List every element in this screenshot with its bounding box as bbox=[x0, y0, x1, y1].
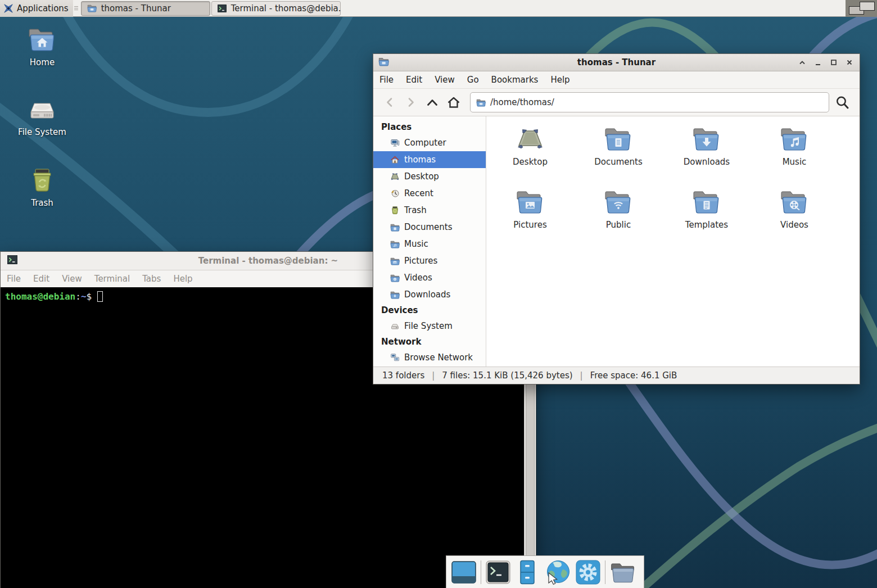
minimize-button[interactable] bbox=[813, 58, 822, 67]
dock bbox=[446, 555, 644, 588]
applications-label: Applications bbox=[17, 3, 69, 13]
home-icon bbox=[390, 155, 400, 164]
status-free-space: Free space: 46.1 GiB bbox=[590, 370, 677, 381]
settings-gear-icon[interactable] bbox=[576, 560, 600, 585]
file-item-label: Desktop bbox=[513, 157, 548, 167]
menu-edit[interactable]: Edit bbox=[27, 270, 56, 287]
shade-button[interactable] bbox=[798, 58, 807, 67]
applications-logo-icon bbox=[3, 3, 13, 13]
file-item-public[interactable]: Public bbox=[576, 188, 661, 230]
dock-separator bbox=[481, 560, 481, 584]
menu-file[interactable]: File bbox=[1, 270, 27, 287]
taskbar-button-terminal[interactable]: Terminal - thomas@debia... bbox=[211, 1, 341, 16]
sidebar-item-label: thomas bbox=[404, 155, 436, 165]
applications-menu-button[interactable]: Applications bbox=[0, 0, 73, 17]
sidebar-item-computer[interactable]: Computer bbox=[373, 134, 486, 151]
file-item-desktop[interactable]: Desktop bbox=[488, 125, 572, 167]
sidebar-item-label: Videos bbox=[404, 273, 432, 283]
thunar-window-title: thomas - Thunar bbox=[373, 57, 860, 67]
folder-templates-icon bbox=[692, 188, 721, 216]
status-files: 7 files: 15.1 KiB (15,426 bytes) bbox=[442, 370, 572, 381]
trash-icon bbox=[28, 168, 57, 193]
menu-view[interactable]: View bbox=[56, 270, 88, 287]
menu-view[interactable]: View bbox=[428, 71, 461, 88]
menu-file[interactable]: File bbox=[373, 71, 400, 88]
file-item-music[interactable]: Music bbox=[752, 125, 837, 167]
file-item-label: Downloads bbox=[684, 157, 730, 167]
maximize-button[interactable] bbox=[829, 58, 838, 67]
file-item-templates[interactable]: Templates bbox=[664, 188, 749, 230]
file-item-label: Videos bbox=[780, 220, 808, 230]
thunar-window: thomas - Thunar File Edit View Go Bookma… bbox=[373, 53, 860, 385]
home-button[interactable] bbox=[444, 93, 463, 112]
menu-tabs[interactable]: Tabs bbox=[136, 270, 167, 287]
folder-videos-icon bbox=[390, 274, 400, 282]
sidebar-item-label: Recent bbox=[404, 188, 433, 198]
thunar-toolbar: /home/thomas/ bbox=[373, 89, 860, 116]
thunar-menubar: File Edit View Go Bookmarks Help bbox=[373, 71, 860, 89]
show-desktop-icon[interactable] bbox=[451, 561, 476, 584]
folder-downloads-icon bbox=[390, 291, 400, 299]
desktop-icon-file-system[interactable]: File System bbox=[8, 97, 76, 137]
file-item-videos[interactable]: Videos bbox=[752, 188, 837, 230]
up-button[interactable] bbox=[423, 93, 442, 112]
sidebar-item-browse-network[interactable]: Browse Network bbox=[373, 349, 486, 366]
forward-button[interactable] bbox=[401, 93, 421, 112]
path-value: /home/thomas/ bbox=[490, 97, 554, 107]
sidebar-item-pictures[interactable]: Pictures bbox=[373, 252, 486, 269]
file-cabinet-icon[interactable] bbox=[515, 560, 540, 585]
recent-clock-icon bbox=[390, 189, 400, 198]
hard-drive-icon bbox=[390, 322, 400, 331]
sidebar-item-recent[interactable]: Recent bbox=[373, 185, 486, 202]
search-icon[interactable] bbox=[831, 92, 853, 112]
back-button[interactable] bbox=[380, 93, 399, 112]
menu-help[interactable]: Help bbox=[167, 270, 198, 287]
dock-separator bbox=[605, 560, 605, 584]
prompt-user-host: thomas@debian bbox=[5, 291, 75, 302]
prompt-symbol: $ bbox=[87, 291, 92, 302]
menu-bookmarks[interactable]: Bookmarks bbox=[485, 71, 545, 88]
menu-go[interactable]: Go bbox=[461, 71, 485, 88]
sidebar-item-downloads[interactable]: Downloads bbox=[373, 286, 486, 303]
sidebar-item-label: Computer bbox=[404, 138, 446, 148]
file-item-label: Public bbox=[606, 220, 631, 230]
folder-pictures-icon bbox=[390, 257, 400, 265]
terminal-icon bbox=[218, 4, 227, 12]
sidebar-item-desktop[interactable]: Desktop bbox=[373, 168, 486, 185]
sidebar-item-thomas[interactable]: thomas bbox=[373, 151, 486, 168]
path-field[interactable]: /home/thomas/ bbox=[470, 92, 829, 112]
menu-terminal[interactable]: Terminal bbox=[88, 270, 136, 287]
folder-music-icon bbox=[780, 125, 809, 153]
file-item-label: Documents bbox=[594, 157, 643, 167]
sidebar-item-music[interactable]: Music bbox=[373, 236, 486, 252]
folder-videos-icon bbox=[780, 188, 809, 216]
folder-pictures-icon bbox=[516, 188, 545, 216]
menu-help[interactable]: Help bbox=[544, 71, 576, 88]
desktop-icon-label: Home bbox=[30, 57, 55, 67]
workspace-switcher[interactable] bbox=[846, 0, 877, 17]
terminal-icon[interactable] bbox=[486, 560, 510, 584]
taskbar-button-thunar[interactable]: thomas - Thunar bbox=[81, 1, 210, 16]
sidebar-item-trash[interactable]: Trash bbox=[373, 202, 486, 219]
folder-icon bbox=[378, 57, 389, 69]
sidebar-item-file-system[interactable]: File System bbox=[373, 318, 486, 334]
sidebar-item-label: Pictures bbox=[404, 256, 437, 266]
desktop-icon-home[interactable]: Home bbox=[8, 27, 76, 67]
sidebar-item-documents[interactable]: Documents bbox=[373, 219, 486, 236]
web-browser-icon[interactable] bbox=[544, 559, 571, 585]
thunar-titlebar[interactable]: thomas - Thunar bbox=[373, 54, 860, 71]
desktop-icon-trash[interactable]: Trash bbox=[8, 168, 76, 208]
menu-edit[interactable]: Edit bbox=[400, 71, 428, 88]
desktop-root: Home File System Trash Terminal - thomas… bbox=[0, 0, 877, 588]
status-separator: | bbox=[432, 370, 435, 381]
sidebar-item-videos[interactable]: Videos bbox=[373, 269, 486, 286]
terminal-cursor bbox=[97, 291, 103, 302]
sidebar-item-label: Browse Network bbox=[404, 352, 473, 363]
folder-downloads-icon bbox=[692, 125, 721, 153]
file-item-pictures[interactable]: Pictures bbox=[488, 188, 572, 230]
file-item-downloads[interactable]: Downloads bbox=[664, 125, 749, 167]
file-item-documents[interactable]: Documents bbox=[576, 125, 661, 167]
file-manager-icon[interactable] bbox=[610, 560, 636, 584]
close-button[interactable] bbox=[845, 58, 854, 67]
thunar-folder-icon bbox=[87, 4, 97, 12]
